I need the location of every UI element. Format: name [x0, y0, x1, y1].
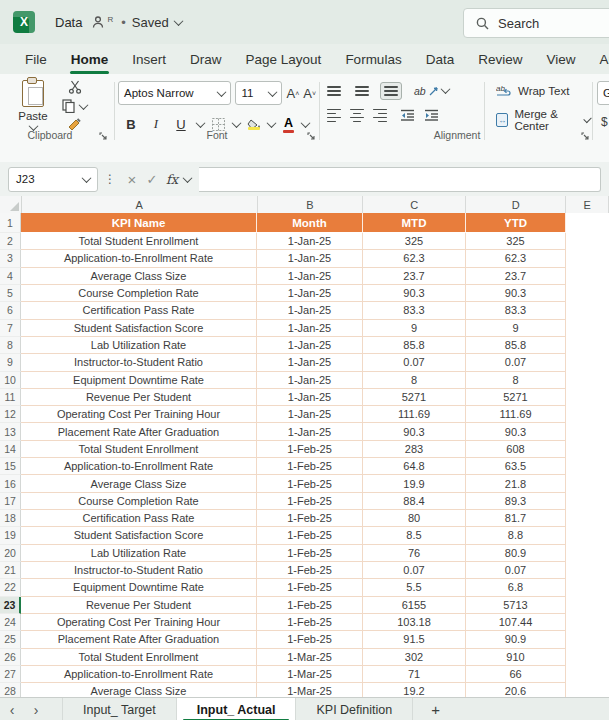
- cell[interactable]: Equipment Downtime Rate: [21, 372, 257, 389]
- cell-empty-E[interactable]: [566, 268, 609, 285]
- cell[interactable]: Course Completion Rate: [21, 285, 257, 302]
- cell[interactable]: 81.7: [466, 510, 566, 527]
- cell-empty-E[interactable]: [566, 372, 609, 389]
- sheet-tab-input-target[interactable]: Input_ Target: [62, 698, 177, 720]
- cell[interactable]: Placement Rate After Graduation: [21, 631, 257, 648]
- cell-empty-E[interactable]: [566, 233, 609, 250]
- cell-empty-E[interactable]: [566, 493, 609, 510]
- sheet-nav-prev-icon[interactable]: ‹: [0, 702, 24, 718]
- cell-empty-E[interactable]: [566, 389, 609, 406]
- row-header-9[interactable]: 9: [0, 354, 21, 371]
- excel-app-icon[interactable]: X: [13, 11, 35, 33]
- cell[interactable]: 80.9: [466, 545, 566, 562]
- cell[interactable]: 325: [466, 233, 566, 250]
- font-name-select[interactable]: Aptos Narrow: [118, 81, 231, 105]
- row-header-19[interactable]: 19: [0, 527, 21, 544]
- cell[interactable]: Instructor-to-Student Ratio: [21, 562, 257, 579]
- cell[interactable]: 1-Feb-25: [257, 545, 363, 562]
- cell[interactable]: 1-Jan-25: [257, 389, 363, 406]
- cell[interactable]: 1-Feb-25: [257, 562, 363, 579]
- cell[interactable]: 1-Jan-25: [257, 285, 363, 302]
- decrease-indent-button[interactable]: [400, 109, 415, 121]
- column-header-B[interactable]: B: [258, 196, 364, 213]
- name-box[interactable]: J23: [8, 167, 98, 192]
- cell[interactable]: 90.3: [466, 285, 566, 302]
- cell[interactable]: 1-Feb-25: [257, 597, 363, 614]
- cell[interactable]: 0.07: [466, 562, 566, 579]
- cell[interactable]: 1-Feb-25: [257, 579, 363, 596]
- save-status[interactable]: • Saved: [121, 15, 181, 30]
- cell[interactable]: 1-Jan-25: [257, 423, 363, 440]
- cell[interactable]: 19.9: [363, 475, 466, 492]
- cell[interactable]: 1-Mar-25: [257, 649, 363, 666]
- cell[interactable]: 8: [363, 372, 466, 389]
- cell[interactable]: Certification Pass Rate: [21, 302, 257, 319]
- cell-empty-E[interactable]: [566, 527, 609, 544]
- decrease-font-size-button[interactable]: A˅: [303, 86, 316, 101]
- cell[interactable]: Revenue Per Student: [21, 389, 257, 406]
- cell[interactable]: 1-Jan-25: [257, 372, 363, 389]
- cell[interactable]: Revenue Per Student: [21, 597, 257, 614]
- header-cell-mtd[interactable]: MTD: [363, 213, 466, 233]
- cell[interactable]: Equipment Downtime Rate: [21, 579, 257, 596]
- ribbon-tab-insert[interactable]: Insert: [121, 47, 177, 72]
- row-header-3[interactable]: 3: [0, 250, 21, 267]
- cell[interactable]: 9: [466, 320, 566, 337]
- row-header-8[interactable]: 8: [0, 337, 21, 354]
- cell[interactable]: Application-to-Enrollment Rate: [21, 666, 257, 683]
- row-header-15[interactable]: 15: [0, 458, 21, 475]
- top-align-button[interactable]: [324, 83, 344, 99]
- number-format-select[interactable]: General: [597, 81, 609, 105]
- cell[interactable]: 325: [363, 233, 466, 250]
- cell[interactable]: 1-Feb-25: [257, 475, 363, 492]
- row-header-18[interactable]: 18: [0, 510, 21, 527]
- cell[interactable]: 103.18: [363, 614, 466, 631]
- cell[interactable]: 1-Jan-25: [257, 268, 363, 285]
- cell[interactable]: 71: [363, 666, 466, 683]
- cell[interactable]: 90.3: [363, 423, 466, 440]
- cell[interactable]: 302: [363, 649, 466, 666]
- cell[interactable]: Operating Cost Per Training Hour: [21, 614, 257, 631]
- ribbon-tab-page-layout[interactable]: Page Layout: [235, 47, 333, 72]
- cancel-button[interactable]: ×: [122, 169, 142, 189]
- cell[interactable]: 5271: [466, 389, 566, 406]
- cell-empty-E[interactable]: [566, 562, 609, 579]
- center-button[interactable]: [350, 109, 364, 123]
- cell[interactable]: Average Class Size: [21, 268, 257, 285]
- cell[interactable]: 1-Feb-25: [257, 631, 363, 648]
- cell[interactable]: 0.07: [363, 354, 466, 371]
- cell[interactable]: Placement Rate After Graduation: [21, 423, 257, 440]
- align-right-button[interactable]: [373, 109, 387, 123]
- cell[interactable]: 23.7: [466, 268, 566, 285]
- cell[interactable]: 1-Feb-25: [257, 510, 363, 527]
- cell[interactable]: 107.44: [466, 614, 566, 631]
- insert-function-button[interactable]: fx: [162, 169, 182, 189]
- ribbon-tab-home[interactable]: Home: [60, 47, 120, 72]
- row-header-25[interactable]: 25: [0, 631, 21, 648]
- cell-empty-E[interactable]: [566, 579, 609, 596]
- cell-empty-E[interactable]: [566, 302, 609, 319]
- cell-empty-E[interactable]: [566, 545, 609, 562]
- cell-empty-E[interactable]: [566, 337, 609, 354]
- header-cell-ytd[interactable]: YTD: [466, 213, 566, 233]
- orientation-button[interactable]: ab: [414, 85, 449, 97]
- wrap-text-button[interactable]: ab Wrap Text: [496, 84, 590, 97]
- cell[interactable]: 1-Mar-25: [257, 683, 363, 697]
- cell[interactable]: 20.6: [466, 683, 566, 697]
- cut-button[interactable]: [62, 80, 87, 94]
- cell[interactable]: Total Student Enrollment: [21, 233, 257, 250]
- cell[interactable]: 1-Feb-25: [257, 458, 363, 475]
- cell[interactable]: Instructor-to-Student Ratio: [21, 354, 257, 371]
- row-header-20[interactable]: 20: [0, 545, 21, 562]
- row-header-6[interactable]: 6: [0, 302, 21, 319]
- column-header-A[interactable]: A: [22, 196, 258, 213]
- sheet-nav-next-icon[interactable]: ›: [24, 702, 48, 718]
- cell[interactable]: 1-Feb-25: [257, 493, 363, 510]
- formula-input[interactable]: [199, 167, 601, 192]
- cell[interactable]: 0.07: [363, 562, 466, 579]
- clipboard-dialog-launcher[interactable]: [98, 131, 108, 141]
- row-header-27[interactable]: 27: [0, 666, 21, 683]
- cell[interactable]: 21.8: [466, 475, 566, 492]
- cell[interactable]: 1-Jan-25: [257, 302, 363, 319]
- people-icon[interactable]: R: [92, 15, 113, 29]
